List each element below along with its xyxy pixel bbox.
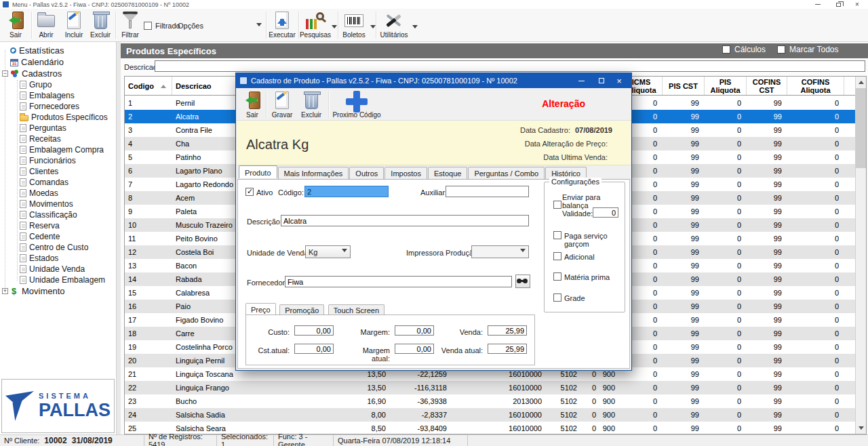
- collapse-icon[interactable]: −: [2, 70, 8, 77]
- table-row[interactable]: 24Salsicha Sadia8,00-2,83371601000051020…: [125, 408, 855, 422]
- save-document-icon: [271, 90, 294, 111]
- sidebar-item-grupo[interactable]: Grupo: [0, 79, 116, 90]
- codigo-input[interactable]: [304, 186, 389, 197]
- tab-preco[interactable]: Preço: [245, 303, 276, 315]
- tab-outros[interactable]: Outros: [349, 167, 384, 179]
- opcoes-dropdown[interactable]: Opções: [175, 18, 264, 33]
- table-cell: 99: [747, 96, 787, 110]
- produto-tab-page: Ativo Código: Auxiliar: Descrição: Unida…: [237, 180, 630, 369]
- vertical-scrollbar[interactable]: [855, 77, 866, 434]
- sidebar-item-embalagem-compra[interactable]: Embalagem Compra: [0, 144, 116, 155]
- fornecedor-input[interactable]: [285, 276, 512, 287]
- column-header-cofins-cst[interactable]: COFINS CST: [747, 77, 787, 95]
- table-row[interactable]: 23Bucho16,90-36,393820130005102090009909…: [125, 394, 855, 408]
- cst-atual-input[interactable]: [294, 344, 334, 354]
- tab-perguntas-combo[interactable]: Perguntas / Combo: [468, 167, 545, 179]
- sidebar-item-receitas[interactable]: Receitas: [0, 134, 116, 144]
- sidebar-item-funcion-rios[interactable]: Funcionários: [0, 155, 116, 166]
- chevron-down-icon[interactable]: [412, 25, 418, 31]
- executar-button[interactable]: Executar: [267, 10, 297, 41]
- dialog-gravar-button[interactable]: Gravar: [269, 90, 296, 119]
- sidebar-item-produtos-espec-ficos[interactable]: Produtos Específicos: [0, 112, 116, 123]
- dialog-gravar-label: Gravar: [272, 111, 293, 119]
- minimize-button[interactable]: [812, 0, 823, 9]
- validade-input[interactable]: [593, 207, 618, 218]
- dialog-excluir-button[interactable]: Excluir: [297, 90, 326, 119]
- chevron-down-icon[interactable]: [332, 25, 337, 31]
- dialog-close-button[interactable]: ×: [612, 73, 626, 88]
- column-header-pis-aliquota[interactable]: PIS Aliquota: [705, 77, 747, 95]
- close-button[interactable]: ×: [852, 0, 863, 9]
- grade-checkbox[interactable]: [553, 293, 561, 302]
- pesquisas-button[interactable]: Pesquisas: [300, 10, 331, 41]
- sidebar-item-unidade-embalagem[interactable]: Unidade Embalagem: [0, 275, 116, 285]
- sidebar-item-classifica-o[interactable]: Classificação: [0, 209, 116, 220]
- marcar-todos-checkbox[interactable]: Marcar Todos: [777, 45, 838, 54]
- tab-estoque[interactable]: Estoque: [428, 167, 467, 179]
- sidebar-item-unidade-venda[interactable]: Unidade Venda: [0, 264, 116, 275]
- ativo-checkbox[interactable]: [245, 188, 254, 196]
- sidebar-item-movimentos[interactable]: Movimentos: [0, 199, 116, 209]
- scroll-down-button[interactable]: [856, 423, 866, 434]
- table-row[interactable]: 22Linguiça Frango13,50-116,3118160100005…: [125, 381, 855, 394]
- descricao-filter-input[interactable]: [155, 60, 865, 72]
- sidebar-item-calend-rio[interactable]: Calendário: [0, 56, 116, 68]
- boletos-button[interactable]: Boletos: [339, 10, 369, 41]
- chevron-down-icon: [256, 23, 262, 29]
- impressora-select[interactable]: [471, 245, 529, 258]
- materia-prima-checkbox[interactable]: [553, 272, 561, 281]
- excluir-button[interactable]: Excluir: [87, 10, 114, 41]
- sidebar-item-perguntas[interactable]: Perguntas: [0, 123, 116, 134]
- column-header-pis-cst[interactable]: PIS CST: [663, 77, 705, 95]
- column-header-codigo[interactable]: Codigo: [125, 77, 172, 95]
- incluir-button[interactable]: Incluir: [61, 10, 87, 41]
- adicional-checkbox[interactable]: [553, 252, 561, 260]
- sidebar-item-estat-sticas[interactable]: Estatísticas: [0, 45, 116, 56]
- paga-servico-checkbox[interactable]: [553, 231, 561, 239]
- table-cell: 16,90: [298, 394, 391, 408]
- auxiliar-input[interactable]: [446, 186, 529, 197]
- sidebar-item-cadastros[interactable]: −Cadastros: [0, 68, 116, 79]
- table-cell: 99: [747, 354, 787, 367]
- custo-input[interactable]: [294, 325, 334, 336]
- column-header-cofins-aliquota[interactable]: COFINS Aliquota: [787, 77, 844, 95]
- sidebar-item-embalagens[interactable]: Embalagens: [0, 90, 116, 101]
- sidebar-item-moedas[interactable]: Moedas: [0, 188, 116, 199]
- sidebar-item-centro-de-custo[interactable]: Centro de Custo: [0, 242, 116, 253]
- margem-atual-input[interactable]: [395, 344, 434, 354]
- sair-button[interactable]: Sair: [1, 10, 30, 41]
- unidade-venda-select[interactable]: Kg: [305, 245, 351, 258]
- scrollbar-thumb[interactable]: [856, 88, 866, 168]
- table-cell: 99: [663, 137, 705, 150]
- expand-icon[interactable]: +: [2, 288, 8, 294]
- app-icon: [3, 1, 9, 7]
- sidebar-item-reserva[interactable]: Reserva: [0, 220, 116, 231]
- selecionados-label: Selecionados: 1: [221, 432, 269, 446]
- venda-input[interactable]: [488, 325, 527, 336]
- tab-mais-informa-es[interactable]: Mais Informações: [278, 167, 349, 179]
- sidebar-item-estados[interactable]: Estados: [0, 253, 116, 264]
- restore-button[interactable]: [833, 0, 844, 9]
- sidebar-item-comandas[interactable]: Comandas: [0, 177, 116, 188]
- sidebar-item-movimento[interactable]: +Movimento: [0, 285, 116, 297]
- enviar-balanca-checkbox[interactable]: [553, 201, 561, 209]
- abrir-button[interactable]: Abrir: [33, 10, 60, 41]
- proximo-codigo-button[interactable]: Proximo Código: [331, 90, 382, 119]
- dialog-sair-button[interactable]: Sair: [240, 90, 264, 119]
- chevron-down-icon[interactable]: [370, 25, 376, 31]
- tab-impostos[interactable]: Impostos: [384, 167, 427, 179]
- utilitarios-button[interactable]: Utilitários: [377, 10, 411, 41]
- margem-input[interactable]: [395, 325, 434, 336]
- calculos-checkbox[interactable]: Cálculos: [722, 45, 766, 54]
- sidebar-item-fornecedores[interactable]: Fornecedores: [0, 101, 116, 112]
- tab-produto[interactable]: Produto: [239, 165, 277, 178]
- descricao-input[interactable]: [281, 215, 529, 226]
- dialog-maximize-button[interactable]: [595, 73, 608, 88]
- filtrar-button[interactable]: Filtrar: [117, 10, 144, 41]
- sidebar-item-clientes[interactable]: Clientes: [0, 166, 116, 177]
- venda-atual-input[interactable]: [488, 344, 527, 354]
- sidebar-item-cedente[interactable]: Cedente: [0, 231, 116, 242]
- fornecedor-lookup-button[interactable]: [515, 275, 530, 288]
- scroll-up-button[interactable]: [856, 77, 866, 87]
- dialog-minimize-button[interactable]: [574, 73, 588, 88]
